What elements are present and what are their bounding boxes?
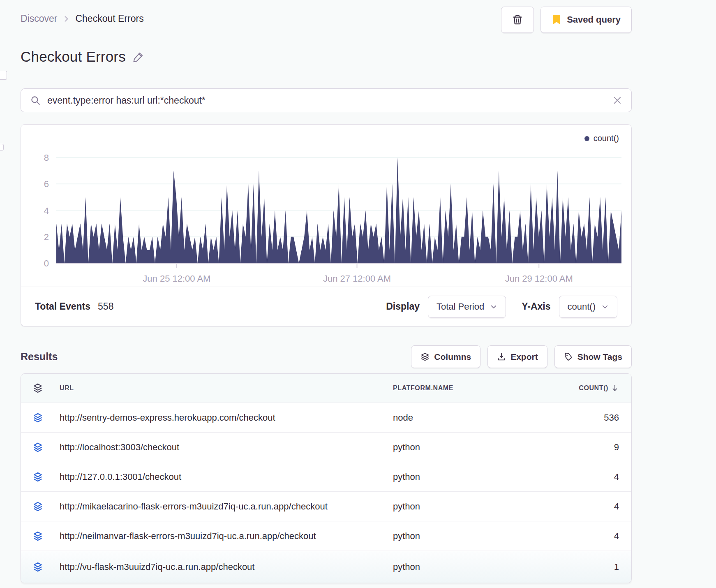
delete-query-button[interactable]: [501, 7, 534, 33]
stack-icon[interactable]: [32, 442, 60, 453]
chart-area[interactable]: 02468Jun 25 12:00 AMJun 27 12:00 AMJun 2…: [21, 125, 631, 287]
results-header-row: Results Columns Export Show Tags: [21, 345, 632, 368]
row-url[interactable]: http://localhost:3003/checkout: [60, 442, 393, 453]
saved-query-button[interactable]: Saved query: [540, 7, 632, 33]
sort-descending-icon: [611, 384, 619, 392]
table-row[interactable]: http://localhost:3003/checkout python 9: [21, 432, 631, 462]
stack-icon[interactable]: [32, 501, 60, 512]
stack-icon[interactable]: [32, 472, 60, 482]
page-title: Checkout Errors: [21, 49, 126, 65]
top-bar: Discover Checkout Errors: [21, 0, 632, 33]
row-url[interactable]: http://mikaelacarino-flask-errors-m3uuiz…: [60, 501, 393, 512]
yaxis-dropdown[interactable]: count(): [559, 296, 617, 318]
row-platform: python: [393, 501, 553, 512]
total-events-value: 558: [98, 301, 113, 312]
events-area-chart[interactable]: 02468Jun 25 12:00 AMJun 27 12:00 AMJun 2…: [32, 142, 621, 287]
svg-text:8: 8: [44, 153, 49, 163]
svg-text:0: 0: [44, 258, 49, 269]
collapsed-panel-handle[interactable]: [0, 144, 4, 150]
chart-legend[interactable]: count(): [584, 134, 619, 143]
columns-button[interactable]: Columns: [411, 345, 480, 368]
row-count: 1: [614, 562, 619, 572]
svg-text:Jun 29 12:00 AM: Jun 29 12:00 AM: [505, 273, 573, 284]
title-row: Checkout Errors: [21, 49, 632, 65]
table-row[interactable]: http://neilmanvar-flask-errors-m3uuizd7i…: [21, 521, 631, 551]
yaxis-label: Y-Axis: [522, 301, 550, 312]
results-heading: Results: [21, 351, 58, 363]
show-tags-button-label: Show Tags: [577, 352, 622, 362]
table-row[interactable]: http://sentry-demos-express.herokuapp.co…: [21, 403, 631, 432]
bookmark-icon: [552, 14, 561, 25]
top-actions: Saved query: [501, 7, 632, 33]
count-header-label: COUNT(): [579, 384, 608, 392]
display-dropdown[interactable]: Total Period: [428, 296, 506, 318]
svg-text:Jun 27 12:00 AM: Jun 27 12:00 AM: [323, 273, 391, 284]
download-icon: [497, 352, 506, 361]
chevron-down-icon: [601, 303, 609, 310]
columns-button-label: Columns: [434, 352, 471, 362]
clear-search-icon[interactable]: [612, 95, 622, 105]
row-url[interactable]: http://sentry-demos-express.herokuapp.co…: [60, 412, 393, 423]
export-button-label: Export: [510, 352, 538, 362]
chevron-down-icon: [490, 303, 497, 310]
svg-text:6: 6: [44, 179, 49, 189]
row-platform: python: [393, 531, 553, 542]
layers-icon: [420, 352, 430, 361]
column-header-url[interactable]: URL: [60, 384, 393, 392]
events-chart-panel: count() 02468Jun 25 12:00 AMJun 27 12:00…: [21, 124, 632, 326]
stack-icon[interactable]: [32, 383, 60, 394]
row-platform: python: [393, 562, 553, 572]
tag-icon: [564, 352, 573, 361]
row-url[interactable]: http://vu-flask-m3uuizd7iq-uc.a.run.app/…: [60, 562, 393, 572]
chart-controls: Display Total Period Y-Axis count(): [386, 296, 617, 318]
row-platform: python: [393, 472, 553, 482]
breadcrumb-discover[interactable]: Discover: [21, 13, 57, 24]
row-platform: python: [393, 442, 553, 453]
row-count: 4: [614, 501, 619, 512]
display-dropdown-value: Total Period: [437, 301, 484, 312]
results-table: URL PLATFORM.NAME COUNT() http://sentry-…: [21, 373, 632, 583]
breadcrumb-current: Checkout Errors: [75, 13, 143, 24]
row-count: 4: [614, 472, 619, 482]
export-button[interactable]: Export: [487, 345, 547, 368]
legend-count-label: count(): [594, 134, 619, 143]
column-header-platform[interactable]: PLATFORM.NAME: [393, 384, 553, 392]
legend-dot-icon: [584, 136, 589, 141]
display-label: Display: [386, 301, 420, 312]
svg-text:Jun 25 12:00 AM: Jun 25 12:00 AM: [143, 273, 210, 284]
breadcrumb: Discover Checkout Errors: [21, 13, 144, 24]
edit-title-pencil-icon[interactable]: [132, 51, 145, 63]
row-url[interactable]: http://127.0.0.1:3001/checkout: [60, 472, 393, 482]
search-bar[interactable]: event.type:error has:url url:*checkout*: [21, 88, 632, 112]
saved-query-label: Saved query: [567, 14, 621, 25]
search-icon: [30, 95, 41, 106]
table-header-row: URL PLATFORM.NAME COUNT(): [21, 374, 631, 403]
table-row[interactable]: http://mikaelacarino-flask-errors-m3uuiz…: [21, 491, 631, 521]
row-url[interactable]: http://neilmanvar-flask-errors-m3uuizd7i…: [60, 531, 393, 542]
stack-icon[interactable]: [32, 412, 60, 423]
yaxis-dropdown-value: count(): [568, 301, 596, 312]
row-platform: node: [393, 412, 553, 423]
total-events-label: Total Events: [35, 301, 90, 312]
collapsed-sidebar-handle[interactable]: [0, 71, 7, 80]
results-actions: Columns Export Show Tags: [411, 345, 632, 368]
show-tags-button[interactable]: Show Tags: [554, 345, 632, 368]
row-count: 536: [604, 412, 619, 423]
stack-icon[interactable]: [32, 562, 60, 572]
svg-text:4: 4: [44, 206, 49, 216]
table-row[interactable]: http://vu-flask-m3uuizd7iq-uc.a.run.app/…: [21, 551, 631, 583]
column-header-count[interactable]: COUNT(): [579, 384, 619, 392]
row-count: 4: [614, 531, 619, 542]
row-count: 9: [614, 442, 619, 453]
chart-footer: Total Events 558 Display Total Period Y-…: [21, 287, 631, 326]
chevron-right-icon: [62, 15, 70, 23]
svg-text:2: 2: [44, 232, 49, 242]
table-row[interactable]: http://127.0.0.1:3001/checkout python 4: [21, 462, 631, 491]
trash-icon: [512, 14, 523, 25]
total-events: Total Events 558: [35, 301, 113, 312]
stack-icon[interactable]: [32, 531, 60, 542]
search-input[interactable]: event.type:error has:url url:*checkout*: [47, 95, 606, 106]
